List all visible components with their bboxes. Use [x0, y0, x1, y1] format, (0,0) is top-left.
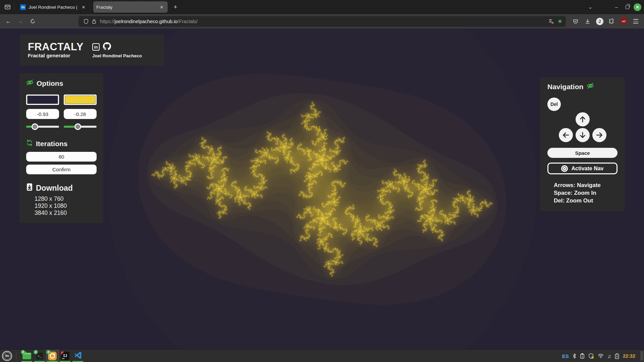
fractal-viewport: FRACTALY Fractal generator in Joel Rondi…	[0, 29, 644, 349]
url-domain: joelrondinelpacheco.github.io	[115, 19, 178, 24]
url-protocol: https://	[100, 19, 115, 24]
download-size-option[interactable]: 3840 x 2160	[35, 209, 97, 217]
lock-icon[interactable]	[90, 17, 98, 25]
constant-sliders	[26, 123, 97, 130]
constant-inputs: -0.93 -0.28	[26, 109, 97, 119]
vscode-app-button[interactable]	[71, 350, 84, 362]
forward-button[interactable]: →	[15, 16, 25, 26]
github-icon[interactable]	[103, 42, 111, 52]
battery-icon[interactable]	[615, 353, 619, 359]
slider-thumb[interactable]	[74, 123, 81, 130]
extensions-puzzle-icon[interactable]	[607, 16, 616, 26]
iterations-title-row: Iterations	[26, 139, 97, 148]
minimize-button[interactable]: –	[612, 3, 621, 11]
bookmark-star-icon[interactable]: ★	[557, 18, 562, 25]
help-line: Del: Zoom Out	[554, 197, 618, 204]
running-indicator	[72, 361, 83, 362]
arrow-pad	[547, 112, 618, 142]
music-icon[interactable]: ♫	[607, 353, 611, 359]
back-button[interactable]: ←	[3, 16, 13, 26]
options-title: Options	[37, 79, 63, 87]
translate-icon[interactable]: A	[547, 17, 555, 25]
ublock-icon[interactable]: uO	[619, 16, 629, 26]
activate-nav-label: Activate Nav	[571, 166, 603, 172]
downloads-icon[interactable]	[583, 16, 592, 26]
logo-block: FRACTALY Fractal generator	[28, 42, 84, 59]
files-app-button[interactable]: 3	[20, 350, 33, 362]
show-desktop-button[interactable]	[640, 351, 643, 361]
tab-linkedin[interactable]: in Joel Rondinel Pacheco | Lin ✕	[17, 1, 90, 13]
author-block: in Joel Rondinel Pacheco	[92, 42, 142, 58]
bluetooth-icon[interactable]	[573, 353, 576, 359]
real-slider[interactable]	[26, 123, 59, 130]
del-button[interactable]: Del	[547, 98, 561, 111]
tab-fractaly[interactable]: Fractaly ✕	[93, 1, 168, 13]
account-avatar[interactable]: J	[595, 16, 604, 26]
close-icon[interactable]: ✕	[158, 4, 165, 10]
imaginary-slider[interactable]	[64, 123, 97, 130]
firefox-view-icon[interactable]	[3, 3, 11, 11]
confirm-button[interactable]: Confirm	[26, 165, 97, 174]
shield-icon[interactable]	[82, 17, 90, 25]
options-panel: Options -0.93 -0.28	[19, 73, 103, 223]
navigation-help: Arrows: Navigate Space: Zoom In Del: Zoo…	[554, 181, 618, 204]
tab-separator	[14, 3, 14, 11]
help-line: Space: Zoom In	[554, 189, 618, 197]
pocket-icon[interactable]	[571, 16, 580, 26]
compass-icon	[561, 165, 568, 172]
hamburger-icon	[633, 19, 638, 23]
primary-color-input[interactable]	[26, 95, 59, 105]
navigation-title-row: Navigation	[547, 82, 618, 91]
close-icon[interactable]: ✕	[80, 4, 87, 10]
imaginary-value-input[interactable]: -0.28	[64, 109, 97, 119]
url-bar[interactable]: https://joelrondinelpacheco.github.io/Fr…	[78, 16, 566, 27]
eye-off-icon[interactable]	[26, 79, 34, 87]
intellij-app-button[interactable]: IJ	[59, 350, 71, 362]
browser-app-button[interactable]: 2	[46, 350, 59, 362]
secondary-color-input[interactable]	[64, 95, 97, 105]
space-button[interactable]: Space	[547, 148, 618, 158]
close-window-button[interactable]: ✕	[634, 3, 641, 11]
mint-logo-icon: lm	[3, 352, 11, 360]
restore-button[interactable]	[623, 3, 632, 11]
browser-toolbar: ← → https://joelrondinelpacheco.github.i…	[0, 14, 644, 29]
keyboard-layout-indicator[interactable]: ES	[562, 353, 569, 359]
menu-hamburger-icon[interactable]	[631, 16, 641, 26]
terminal-badge: 2	[34, 350, 38, 354]
primary-color-swatch	[27, 96, 58, 104]
eye-off-icon[interactable]	[587, 82, 594, 91]
refresh-icon	[26, 139, 33, 148]
mint-menu-button[interactable]: lm	[2, 351, 12, 361]
slider-thumb[interactable]	[32, 123, 38, 130]
arrow-left-button[interactable]	[559, 128, 573, 142]
activate-nav-button[interactable]: Activate Nav	[547, 163, 618, 174]
download-list: 1280 x 760 644 x 362 3840 x 2160	[26, 195, 97, 217]
running-indicator	[47, 361, 58, 362]
clock[interactable]: 22:32	[623, 353, 635, 359]
arrow-right-button[interactable]	[592, 128, 606, 142]
wifi-icon[interactable]	[598, 354, 604, 358]
running-indicator	[60, 361, 70, 362]
linkedin-icon[interactable]: in	[92, 43, 100, 51]
download-size-option[interactable]: 1280 x 760	[35, 195, 97, 202]
terminal-app-button[interactable]: 2 >_	[33, 350, 46, 362]
arrow-down-button[interactable]	[576, 128, 590, 142]
arrow-up-button[interactable]	[576, 112, 590, 126]
clipboard-icon[interactable]: !	[580, 353, 585, 359]
iterations-input[interactable]: 80	[26, 152, 97, 162]
running-indicator	[21, 361, 32, 362]
running-indicator	[34, 361, 45, 362]
taskbar: lm 3 2 >_ 2 IJ ES !	[0, 349, 644, 362]
help-line: Arrows: Navigate	[554, 181, 618, 189]
update-shield-icon[interactable]	[588, 353, 594, 359]
secondary-color-swatch	[65, 96, 96, 104]
iterations-title: Iterations	[36, 140, 68, 148]
browser-badge: 2	[46, 350, 51, 354]
new-tab-button[interactable]: +	[171, 3, 180, 11]
real-value-input[interactable]: -0.93	[26, 109, 59, 119]
avatar-initial: J	[596, 18, 603, 25]
file-download-icon	[26, 183, 33, 193]
chevron-down-icon[interactable]: ⌄	[586, 3, 595, 11]
download-size-option[interactable]: 644 x 362	[35, 202, 97, 209]
reload-button[interactable]	[28, 16, 38, 26]
